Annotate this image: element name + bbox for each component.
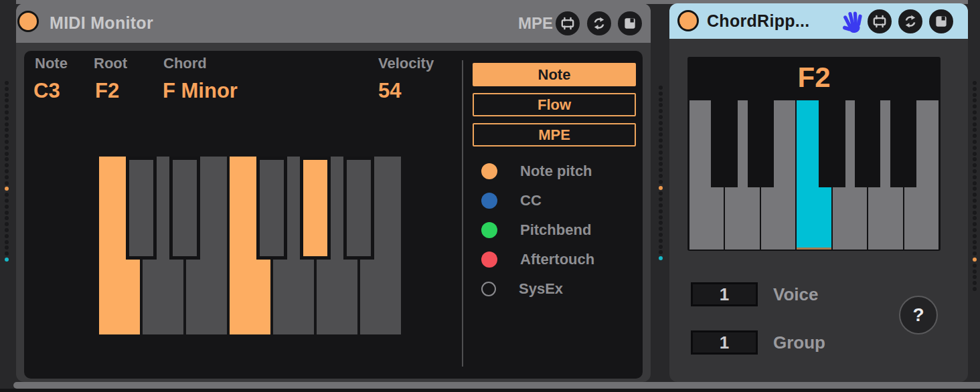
chord-key-C[interactable] xyxy=(689,100,724,250)
key-top xyxy=(689,100,711,187)
drag-dot xyxy=(973,193,977,197)
drag-dot xyxy=(659,151,663,155)
drag-dot xyxy=(973,287,977,291)
drag-dot xyxy=(5,87,9,91)
chord-key-A[interactable] xyxy=(868,100,902,250)
hotswap-icon[interactable] xyxy=(587,11,611,35)
chord-key-E[interactable] xyxy=(761,100,795,250)
drag-dot xyxy=(5,193,9,197)
chord-key-G[interactable] xyxy=(833,100,867,250)
key-bottom xyxy=(725,187,759,250)
field-label-chord: Chord xyxy=(163,55,207,74)
drag-dot xyxy=(973,93,977,97)
drag-dot xyxy=(973,281,977,285)
drag-strip-between-devices[interactable] xyxy=(654,0,667,382)
chain-bottom-border xyxy=(13,382,980,389)
drag-dot xyxy=(5,258,9,262)
drag-dot xyxy=(659,250,663,254)
drag-dot xyxy=(5,134,9,138)
drag-dot xyxy=(659,209,663,213)
numbox-group[interactable]: 1 xyxy=(691,330,758,355)
drag-dot xyxy=(973,181,977,185)
drag-dot xyxy=(5,228,9,232)
legend-label: CC xyxy=(520,192,542,209)
message-legend: Note pitchCCPitchbendAftertouchSysEx xyxy=(481,161,642,308)
drag-dot xyxy=(659,256,663,260)
hotswap-icon[interactable] xyxy=(898,9,922,33)
mode-button-mpe[interactable]: MPE xyxy=(473,123,636,146)
drag-dot xyxy=(659,162,663,166)
black-key-Ds xyxy=(169,157,200,260)
field-label-velocity: Velocity xyxy=(378,55,434,74)
drag-dot xyxy=(659,157,663,161)
help-button[interactable]: ? xyxy=(899,296,938,334)
mode-button-note[interactable]: Note xyxy=(473,63,636,86)
frame-icon[interactable] xyxy=(868,9,892,33)
drag-dot xyxy=(659,245,663,249)
legend-label: Aftertouch xyxy=(520,251,594,268)
save-icon[interactable] xyxy=(929,9,953,33)
drag-dot xyxy=(973,246,977,250)
drag-dot xyxy=(659,132,663,136)
key-bottom xyxy=(761,187,795,250)
drag-dot xyxy=(5,240,9,244)
key-top xyxy=(880,100,890,187)
key-bottom xyxy=(904,187,938,250)
drag-strip-left-edge[interactable] xyxy=(0,0,13,382)
legend-row: Note pitch xyxy=(481,161,642,181)
hand-icon[interactable] xyxy=(839,7,868,35)
drag-strip-right-edge[interactable] xyxy=(968,0,980,382)
drag-dot xyxy=(659,197,663,201)
key-bottom xyxy=(833,187,867,250)
black-key-Cs xyxy=(126,157,157,260)
numbox-voice[interactable]: 1 xyxy=(691,282,758,306)
mode-button-flow[interactable]: Flow xyxy=(473,93,636,116)
drag-dot xyxy=(5,110,9,114)
drag-dot xyxy=(659,215,663,219)
chord-key-D[interactable] xyxy=(725,100,759,250)
drag-dot xyxy=(973,169,977,173)
device-on-toggle[interactable] xyxy=(677,10,699,31)
note-display: F2 xyxy=(687,62,941,94)
drag-dot xyxy=(659,86,663,90)
drag-dot xyxy=(659,227,663,231)
device-title: MIDI Monitor xyxy=(50,3,153,43)
drag-dot xyxy=(973,134,977,138)
drag-dot xyxy=(5,211,9,215)
drag-dot xyxy=(973,240,977,244)
drag-dot xyxy=(659,115,663,119)
drag-dot xyxy=(973,110,977,114)
param-label-group: Group xyxy=(773,332,825,353)
device-on-toggle[interactable] xyxy=(17,11,39,32)
chain-under-strip xyxy=(0,389,980,392)
drag-dot xyxy=(5,234,9,238)
drag-dot xyxy=(5,146,9,150)
drag-dot xyxy=(5,252,9,256)
device-chain: MIDI Monitor MPE No xyxy=(0,0,980,392)
param-label-voice: Voice xyxy=(773,284,818,305)
legend-dot-note-pitch xyxy=(481,163,497,179)
legend-label: Pitchbend xyxy=(520,221,591,239)
legend-dot-pitchbend xyxy=(481,222,497,238)
field-value-note: C3 xyxy=(33,79,60,108)
drag-dot xyxy=(5,104,9,108)
chord-key-F[interactable] xyxy=(797,100,831,250)
drag-dot xyxy=(973,140,977,144)
drag-dot xyxy=(5,181,9,185)
chord-key-B[interactable] xyxy=(904,100,938,250)
legend-dot-cc xyxy=(481,193,497,209)
drag-dot xyxy=(5,205,9,209)
drag-dot xyxy=(973,234,977,238)
drag-dot xyxy=(659,144,663,149)
drag-dot xyxy=(973,146,977,150)
black-key-Gs xyxy=(300,157,331,260)
drag-dot xyxy=(5,157,9,161)
save-icon[interactable] xyxy=(618,11,642,35)
legend-row: CC xyxy=(481,191,642,211)
drag-dot xyxy=(659,127,663,131)
key-bottom xyxy=(689,187,724,250)
frame-icon[interactable] xyxy=(556,11,580,35)
drag-dot xyxy=(973,98,977,102)
drag-dot xyxy=(659,174,663,178)
drag-dot xyxy=(973,211,977,215)
